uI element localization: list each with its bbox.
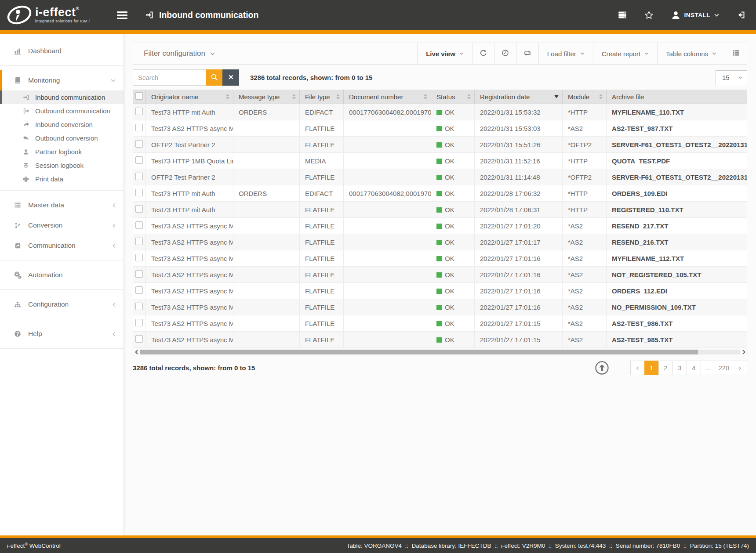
sidebar-item-outbound-communication[interactable]: Outbound communication: [0, 104, 124, 118]
refresh-button[interactable]: [472, 43, 494, 64]
sidebar-item-inbound-communication[interactable]: Inbound communication: [0, 90, 124, 104]
table-row[interactable]: Test73 HTTP 1MB Quota LimitMEDIAOK2022/0…: [133, 153, 747, 169]
table-row[interactable]: Test73 AS2 HTTPS async MDNFLATFILEOK2022…: [133, 218, 747, 234]
pagination-next[interactable]: ›: [733, 361, 747, 375]
pagination-prev[interactable]: ‹: [630, 361, 645, 375]
sort-desc-icon[interactable]: [554, 95, 559, 98]
favorite-star-icon[interactable]: [644, 11, 654, 20]
page-size-select[interactable]: 15: [716, 70, 747, 85]
row-checkbox[interactable]: [135, 270, 143, 278]
clear-search-button[interactable]: [222, 69, 239, 86]
table-row[interactable]: Test73 AS2 HTTPS async MDNFLATFILEOK2022…: [133, 234, 747, 250]
sidebar-item-outbound-conversion[interactable]: Outbound conversion: [0, 131, 124, 145]
sidebar-item-master-data[interactable]: Master data: [0, 195, 124, 215]
scrollbar-track[interactable]: [140, 350, 740, 354]
column-header-originator-name[interactable]: Originator name: [146, 90, 233, 104]
live-view-dropdown[interactable]: Live view: [417, 43, 472, 64]
row-checkbox[interactable]: [135, 319, 143, 326]
table-row[interactable]: Test73 AS2 HTTPS async MDNFLATFILEOK2022…: [133, 299, 747, 315]
load-filter-dropdown[interactable]: Load filter: [538, 43, 593, 64]
table-row[interactable]: Test73 HTTP mit AuthORDERSEDIFACT0001770…: [133, 185, 747, 202]
table-row[interactable]: Test73 AS2 HTTPS async MDNFLATFILEOK2022…: [133, 120, 747, 137]
row-checkbox[interactable]: [135, 156, 143, 164]
table-row[interactable]: Test73 AS2 HTTPS async MDNFLATFILEOK2022…: [133, 332, 747, 348]
row-checkbox[interactable]: [135, 254, 143, 261]
menu-toggle-icon[interactable]: [114, 9, 130, 22]
sidebar-item-session-logbook[interactable]: Session logbook: [0, 159, 124, 172]
sidebar-item-conversion[interactable]: Conversion: [0, 215, 124, 235]
table-row[interactable]: Test73 AS2 HTTPS async MDNFLATFILEOK2022…: [133, 267, 747, 283]
row-checkbox[interactable]: [135, 140, 143, 148]
pagination-page-2[interactable]: 2: [658, 361, 673, 375]
filter-configuration-dropdown[interactable]: Filter configuration: [133, 43, 417, 64]
sidebar-item-monitoring[interactable]: Monitoring: [0, 70, 124, 90]
column-header-file-type[interactable]: File type: [300, 90, 344, 104]
cell-status: OK: [431, 104, 475, 120]
footer-segment: Database library: IEFFECTDB: [412, 542, 491, 549]
pagination-page-1[interactable]: 1: [644, 361, 659, 375]
scroll-left-icon[interactable]: [133, 350, 140, 354]
row-checkbox[interactable]: [135, 303, 143, 310]
search-button[interactable]: [206, 69, 222, 86]
sidebar-item-inbound-conversion[interactable]: Inbound conversion: [0, 118, 124, 131]
row-checkbox[interactable]: [135, 205, 143, 213]
column-header-document-number[interactable]: Document number: [344, 90, 431, 104]
search-input[interactable]: [133, 69, 206, 86]
brand-name: i-effect®: [35, 6, 79, 19]
table-row[interactable]: OFTP2 Test Partner 2FLATFILEOK2022/01/31…: [133, 137, 747, 153]
sidebar-item-communication[interactable]: Communication: [0, 235, 124, 256]
brand-logo[interactable]: i-effect® integrated solutions for IBM i: [0, 4, 107, 26]
column-header-registration-date[interactable]: Registration date: [475, 90, 563, 104]
footer-separator: ::: [680, 542, 690, 549]
horizontal-scrollbar[interactable]: [133, 349, 747, 355]
column-header-archive-file[interactable]: Archive file: [607, 90, 747, 104]
row-checkbox[interactable]: [135, 238, 143, 245]
scroll-right-icon[interactable]: [740, 350, 747, 354]
cell-select: [133, 137, 146, 153]
scroll-to-top-button[interactable]: [595, 361, 609, 375]
sort-arrows-icon[interactable]: [336, 94, 340, 99]
sort-arrows-icon[interactable]: [467, 94, 471, 99]
logout-icon[interactable]: [737, 11, 745, 19]
sidebar-item-help[interactable]: Help: [0, 324, 124, 344]
pagination-page-220[interactable]: 220: [715, 361, 733, 375]
server-icon[interactable]: [618, 11, 627, 19]
scrollbar-thumb[interactable]: [140, 350, 698, 354]
sidebar-item-partner-logbook[interactable]: Partner logbook: [0, 145, 124, 159]
schedule-button[interactable]: [494, 43, 516, 64]
pagination-page-3[interactable]: 3: [672, 361, 687, 375]
table-row[interactable]: Test73 AS2 HTTPS async MDNFLATFILEOK2022…: [133, 250, 747, 267]
row-checkbox[interactable]: [135, 173, 143, 180]
select-all-checkbox[interactable]: [135, 92, 143, 100]
row-checkbox[interactable]: [135, 221, 143, 229]
column-header-message-type[interactable]: Message type: [233, 90, 300, 104]
sidebar-item-configuration[interactable]: Configuration: [0, 294, 124, 314]
pagination-page-...[interactable]: ...: [701, 361, 715, 375]
row-checkbox[interactable]: [135, 189, 143, 196]
table-columns-dropdown[interactable]: Table columns: [657, 43, 725, 64]
auto-reload-button[interactable]: [516, 43, 538, 64]
row-checkbox[interactable]: [135, 286, 143, 294]
row-checkbox[interactable]: [135, 124, 143, 131]
user-menu[interactable]: INSTALL: [671, 11, 720, 20]
sort-arrows-icon[interactable]: [424, 94, 427, 99]
list-view-button[interactable]: [725, 43, 747, 64]
row-checkbox[interactable]: [135, 108, 143, 115]
column-header-module[interactable]: Module: [563, 90, 607, 104]
column-header-status[interactable]: Status: [431, 90, 475, 104]
sort-arrows-icon[interactable]: [292, 94, 296, 99]
list-icon: [732, 49, 740, 58]
table-row[interactable]: OFTP2 Test Partner 2FLATFILEOK2022/01/31…: [133, 169, 747, 185]
table-row[interactable]: Test73 HTTP mit AuthFLATFILEOK2022/01/28…: [133, 202, 747, 218]
sidebar-item-automation[interactable]: Automation: [0, 265, 124, 285]
table-row[interactable]: Test73 AS2 HTTPS async MDNFLATFILEOK2022…: [133, 283, 747, 299]
table-row[interactable]: Test73 HTTP mit AuthORDERSEDIFACT0001770…: [133, 104, 747, 120]
create-report-dropdown[interactable]: Create report: [593, 43, 657, 64]
pagination-page-4[interactable]: 4: [687, 361, 701, 375]
sort-arrows-icon[interactable]: [226, 94, 229, 99]
sort-arrows-icon[interactable]: [599, 94, 603, 99]
table-row[interactable]: Test73 AS2 HTTPS async MDNFLATFILEOK2022…: [133, 315, 747, 332]
sidebar-item-dashboard[interactable]: Dashboard: [0, 41, 124, 61]
sidebar-item-print-data[interactable]: Print data: [0, 172, 124, 186]
row-checkbox[interactable]: [135, 335, 143, 343]
